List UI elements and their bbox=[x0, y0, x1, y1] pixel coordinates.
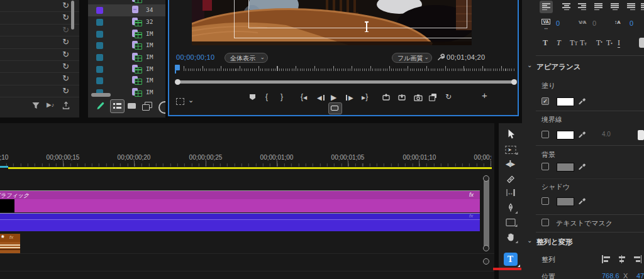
marker-icon[interactable] bbox=[249, 94, 256, 101]
audio-clip-body[interactable] bbox=[0, 242, 20, 253]
zoom-level-dropdown[interactable]: 全体表示 ⌄ bbox=[225, 53, 268, 63]
align-objects-left-icon[interactable] bbox=[602, 255, 610, 263]
kerning-value[interactable]: 0 bbox=[592, 19, 596, 27]
razor-tool[interactable] bbox=[506, 175, 515, 184]
chevron-down-icon[interactable]: ⌄ bbox=[188, 96, 194, 104]
step-forward-icon[interactable]: ▶ bbox=[346, 94, 353, 102]
shadow-color-swatch[interactable] bbox=[557, 197, 574, 206]
background-color-swatch[interactable] bbox=[557, 163, 574, 172]
extract-icon[interactable] bbox=[398, 94, 406, 101]
position-y-value[interactable]: 47 bbox=[636, 272, 644, 279]
partial-swatch-right[interactable] bbox=[638, 130, 644, 140]
shadow-checkbox[interactable] bbox=[541, 197, 549, 205]
graphics-clip-body[interactable] bbox=[0, 199, 480, 212]
sync-icon[interactable]: ↻ bbox=[445, 93, 452, 101]
monitor-settings-icon[interactable] bbox=[176, 98, 184, 105]
audio-scrollbar-knob[interactable] bbox=[483, 258, 489, 265]
track-select-forward-tool[interactable]: ➤ bbox=[505, 146, 516, 154]
pen-tool[interactable] bbox=[506, 203, 515, 212]
align-left-icon[interactable] bbox=[542, 3, 550, 11]
history-row[interactable]: ↺ bbox=[0, 85, 79, 97]
fx-badge[interactable]: fx bbox=[9, 234, 13, 240]
play-audition-icon[interactable]: ▶♪ bbox=[47, 101, 57, 111]
stroke-eyedropper-icon[interactable] bbox=[578, 130, 586, 138]
project-hscrollbar[interactable] bbox=[91, 93, 111, 97]
selection-tool[interactable] bbox=[505, 129, 516, 140]
add-button-icon[interactable]: + bbox=[482, 92, 487, 99]
zoom-circle-icon[interactable] bbox=[158, 101, 165, 114]
faux-bold-button[interactable]: T bbox=[543, 38, 548, 48]
project-bin-row[interactable]: IM bbox=[88, 75, 165, 87]
fx-badge[interactable]: fx bbox=[469, 213, 473, 219]
pencil-icon[interactable] bbox=[96, 101, 106, 111]
export-icon[interactable] bbox=[62, 101, 72, 111]
icon-view-button[interactable] bbox=[128, 103, 136, 109]
tracking-value[interactable]: 0 bbox=[556, 19, 560, 27]
history-row[interactable]: ↺ bbox=[0, 49, 79, 61]
stroke-width-value[interactable]: 4.0 bbox=[602, 131, 611, 138]
justify-all-icon[interactable] bbox=[641, 3, 644, 11]
background-checkbox[interactable] bbox=[541, 163, 549, 170]
project-bin-row[interactable]: IM bbox=[88, 40, 165, 52]
project-bin-row[interactable]: 32 bbox=[88, 16, 165, 28]
align-objects-right-icon[interactable] bbox=[633, 255, 641, 263]
align-transform-section-header[interactable]: 整列と変形 bbox=[536, 238, 573, 247]
history-row[interactable]: ↺ bbox=[0, 0, 79, 12]
label-color-chip[interactable] bbox=[96, 77, 103, 84]
label-color-chip[interactable] bbox=[96, 66, 103, 73]
history-row[interactable]: ↺ bbox=[0, 12, 79, 24]
list-view-button[interactable] bbox=[110, 99, 125, 113]
video-clip-body[interactable] bbox=[0, 220, 480, 231]
type-tool[interactable]: T bbox=[504, 253, 518, 266]
video-frame[interactable] bbox=[192, 0, 472, 45]
partial-button-right[interactable] bbox=[639, 38, 644, 48]
monitor-zoom-scrollbar[interactable] bbox=[176, 80, 516, 84]
lift-icon[interactable] bbox=[382, 94, 391, 101]
rectangle-tool[interactable] bbox=[506, 219, 515, 226]
proxy-toggle-button[interactable] bbox=[328, 102, 342, 114]
hand-tool[interactable] bbox=[506, 232, 515, 242]
project-bin-row[interactable]: IM bbox=[88, 28, 165, 40]
ripple-edit-tool[interactable]: ◀▶ bbox=[506, 160, 515, 167]
history-row[interactable]: ↺ bbox=[0, 61, 79, 73]
history-row[interactable]: ↺ bbox=[0, 25, 79, 36]
align-center-icon[interactable] bbox=[562, 3, 570, 11]
current-timecode[interactable]: 00;00;00;10 bbox=[176, 53, 214, 61]
align-objects-center-h-icon[interactable] bbox=[618, 255, 626, 263]
mark-out-icon[interactable]: } bbox=[280, 93, 283, 101]
position-x-value[interactable]: 768.6 bbox=[602, 272, 619, 279]
export-frame-icon[interactable] bbox=[414, 94, 423, 101]
scrollbar-knob-bottom[interactable] bbox=[483, 245, 489, 251]
fill-eyedropper-icon[interactable] bbox=[578, 97, 586, 104]
stroke-checkbox[interactable] bbox=[541, 131, 549, 138]
label-color-chip[interactable] bbox=[96, 19, 103, 26]
audio-clip-header[interactable]: * fx bbox=[0, 234, 20, 242]
history-row[interactable]: ↺ bbox=[0, 36, 79, 48]
step-back-icon[interactable]: ◀ bbox=[317, 94, 322, 102]
project-bin-row[interactable] bbox=[88, 0, 165, 4]
track-scrollbar[interactable] bbox=[484, 178, 489, 248]
go-to-in-icon[interactable]: {◀ bbox=[301, 93, 307, 102]
filter-funnel-icon[interactable] bbox=[31, 101, 42, 111]
history-row[interactable]: ↺ bbox=[0, 73, 79, 85]
label-color-chip[interactable] bbox=[96, 42, 103, 49]
justify-last-center-icon[interactable] bbox=[611, 3, 619, 11]
justify-last-right-icon[interactable] bbox=[627, 3, 635, 11]
fx-badge[interactable]: fx bbox=[469, 192, 474, 198]
zoom-handle-right[interactable] bbox=[511, 79, 517, 85]
appearance-section-header[interactable]: アピアランス bbox=[536, 62, 581, 72]
slip-tool[interactable]: ↔ bbox=[506, 189, 514, 196]
monitor-time-ruler[interactable] bbox=[175, 65, 517, 74]
fill-color-swatch[interactable] bbox=[557, 97, 574, 106]
chevron-down-icon[interactable]: ⌄ bbox=[527, 62, 532, 68]
superscript-button[interactable]: T▪ bbox=[596, 38, 601, 48]
playback-quality-dropdown[interactable]: フル画質 ⌄ bbox=[392, 53, 432, 63]
subscript-button[interactable]: T▪ bbox=[606, 38, 611, 48]
scrollbar-knob-top[interactable] bbox=[483, 175, 489, 182]
history-scrollbar[interactable] bbox=[71, 1, 74, 30]
label-color-chip[interactable] bbox=[96, 7, 103, 14]
graphics-clip-header[interactable]: グラフィック fx bbox=[0, 191, 480, 199]
playhead-marker[interactable] bbox=[175, 65, 180, 70]
mask-with-text-checkbox[interactable] bbox=[541, 219, 549, 226]
zoom-handle-left[interactable] bbox=[175, 79, 180, 85]
